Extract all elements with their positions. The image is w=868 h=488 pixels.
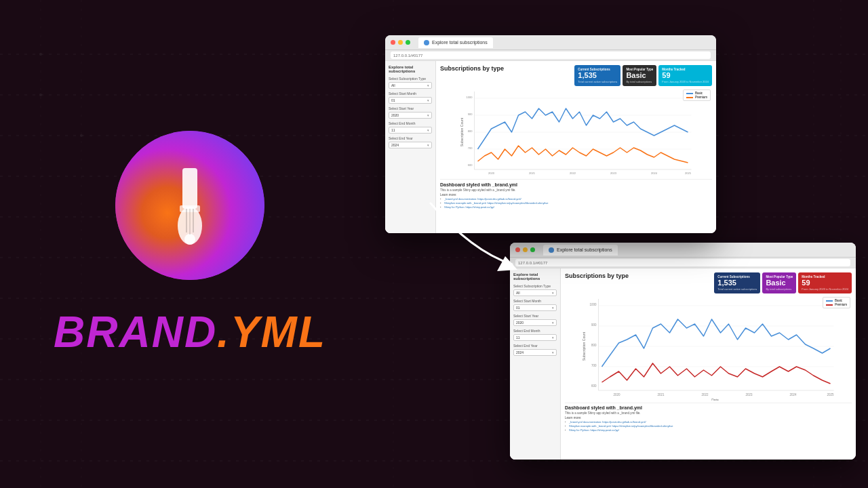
svg-text:2024: 2024: [789, 393, 797, 396]
svg-text:600: 600: [468, 163, 473, 167]
chart-container-top: Basic Premium Subscription Count: [440, 88, 712, 176]
svg-text:1000: 1000: [589, 303, 597, 306]
card1-sub-bottom: Total current active subscriptions: [717, 288, 757, 291]
svg-text:2025: 2025: [827, 393, 834, 396]
svg-text:900: 900: [468, 113, 473, 116]
chart-svg-top: Subscription Count 1000 900 800 700 600 …: [440, 88, 712, 176]
stat-card-1-top: Current Subscriptions 1,535 Total curren…: [574, 65, 620, 86]
chart-legend-bottom: Basic Premium: [823, 297, 850, 308]
browser-mockup-bottom: Explore total subscriptions 127.0.0.1/#0…: [510, 243, 856, 460]
card1-value-top: 1,535: [578, 71, 617, 80]
browser-tab-bottom: Explore total subscriptions: [543, 245, 618, 256]
start-year-label-top: Select Start Year: [389, 106, 432, 110]
svg-rect-22: [182, 168, 197, 209]
brand-dot-label: .: [217, 307, 231, 357]
link-item-1-bottom: •_brand.yml documentation: https://posit…: [565, 420, 852, 424]
app-title-top: Explore total subscriptions: [389, 65, 432, 73]
end-month-select-bottom[interactable]: 11 ▾: [513, 334, 557, 341]
browser-tab-top: Explore total subscriptions: [418, 37, 493, 48]
brand-yml-label: YML: [231, 307, 326, 357]
dot-yellow-top: [398, 40, 403, 45]
address-bar-bottom: 127.0.0.1/#0177: [510, 258, 856, 268]
dashboard-learn-more-bottom: Learn more:: [565, 416, 852, 420]
end-year-select-top[interactable]: 2024 ▾: [389, 142, 432, 148]
arrow-container: [417, 197, 526, 281]
dashboard-title-top: Dashboard styled with _brand.yml: [440, 182, 712, 187]
address-field-bottom: 127.0.0.1/#0177: [515, 259, 850, 266]
card2-sub-top: By total subscriptions: [626, 81, 653, 84]
end-month-label-bottom: Select End Month: [513, 329, 557, 333]
svg-text:2025: 2025: [685, 171, 692, 175]
svg-text:Subscription Count: Subscription Count: [582, 332, 586, 361]
stat-card-1-bottom: Current Subscriptions 1,535 Total curren…: [714, 272, 760, 293]
card3-value-bottom: 59: [802, 279, 848, 287]
stat-card-2-bottom: Most Popular Type Basic By total subscri…: [762, 272, 796, 293]
svg-text:Date: Date: [711, 398, 719, 401]
brand-name-label: BRAND: [54, 307, 217, 357]
start-month-select-bottom[interactable]: 01 ▾: [513, 304, 557, 311]
card3-sub-top: From January 2020 to November 2024: [662, 81, 709, 84]
end-year-label-top: Select End Year: [389, 136, 432, 140]
start-year-select-top[interactable]: 2020 ▾: [389, 112, 432, 119]
svg-text:2021: 2021: [657, 393, 665, 396]
tab-label-bottom: Explore total subscriptions: [557, 247, 612, 252]
stat-card-3-top: Months Tracked 59 From January 2020 to N…: [658, 65, 712, 86]
end-year-select-bottom[interactable]: 2024 ▾: [513, 349, 557, 356]
dashboard-body-bottom: This is a sample Shiny app styled with a…: [565, 411, 852, 415]
end-month-label-top: Select End Month: [389, 121, 432, 125]
card2-value-bottom: Basic: [766, 279, 793, 287]
svg-text:600: 600: [591, 384, 597, 388]
brush-icon: [153, 161, 227, 249]
chart-svg-bottom: Subscription Count 1000 900 800 700 600 …: [565, 296, 852, 401]
svg-text:800: 800: [591, 344, 597, 347]
svg-text:2022: 2022: [570, 171, 576, 175]
dot-green-top: [406, 40, 410, 45]
address-text-top: 127.0.0.1/#0177: [393, 54, 422, 58]
shiny-sidebar-bottom: Explore total subscriptions Select Subsc…: [510, 268, 561, 460]
dashboard-text-bottom: Dashboard styled with _brand.yml This is…: [565, 403, 852, 432]
start-year-label-bottom: Select Start Year: [513, 314, 557, 318]
svg-text:2020: 2020: [488, 171, 495, 175]
card1-value-bottom: 1,535: [717, 279, 757, 287]
start-month-label-bottom: Select Start Month: [513, 299, 557, 303]
dot-red-top: [391, 40, 395, 45]
svg-text:2021: 2021: [529, 171, 536, 175]
chart-legend-top: Basic Premium: [683, 89, 711, 101]
dashboard-body-top: This is a sample Shiny app styled with a…: [440, 188, 712, 192]
svg-text:2020: 2020: [613, 393, 620, 396]
svg-text:2023: 2023: [745, 393, 753, 396]
svg-point-25: [184, 234, 195, 245]
end-month-select-top[interactable]: 11 ▾: [389, 127, 432, 134]
svg-marker-48: [497, 256, 517, 271]
start-month-select-top[interactable]: 01 ▾: [389, 97, 432, 104]
tab-icon-top: [424, 40, 429, 45]
svg-text:2023: 2023: [610, 171, 617, 175]
left-section: BRAND.YML: [0, 0, 380, 488]
dashboard-links-bottom: •_brand.yml documentation: https://posit…: [565, 420, 852, 432]
sub-type-select-top[interactable]: All ▾: [389, 82, 432, 89]
link-item-2-bottom: •Shinylive example with _brand.yml: http…: [565, 424, 852, 428]
sub-type-label-bottom: Select Subscription Type: [513, 284, 557, 288]
tab-label-top: Explore total subscriptions: [432, 40, 488, 45]
start-month-label-top: Select Start Month: [389, 92, 432, 96]
svg-text:2024: 2024: [651, 171, 658, 175]
sub-type-select-bottom[interactable]: All ▾: [513, 289, 557, 296]
svg-text:700: 700: [591, 364, 597, 367]
start-year-select-bottom[interactable]: 2020 ▾: [513, 319, 557, 326]
svg-text:Subscription Count: Subscription Count: [460, 118, 464, 147]
stat-card-3-bottom: Months Tracked 59 From January 2020 to N…: [798, 272, 852, 293]
arrow-svg: [417, 197, 526, 278]
logo-circle: [115, 131, 264, 280]
chart-title-bottom: Subscriptions by type: [565, 272, 629, 279]
tab-icon-bottom: [549, 247, 554, 253]
chart-container-bottom: Basic Premium Subscription Count: [565, 296, 852, 401]
address-bar-top: 127.0.0.1/#0177: [385, 50, 716, 61]
svg-text:700: 700: [468, 146, 473, 150]
address-field-top: 127.0.0.1/#0177: [391, 52, 711, 59]
card2-sub-bottom: By total subscriptions: [766, 288, 793, 291]
dot-green-bottom: [530, 247, 535, 252]
card2-value-top: Basic: [626, 71, 653, 80]
browser-content-bottom: Explore total subscriptions Select Subsc…: [510, 268, 856, 460]
svg-text:900: 900: [591, 323, 597, 327]
svg-text:2022: 2022: [701, 393, 709, 396]
